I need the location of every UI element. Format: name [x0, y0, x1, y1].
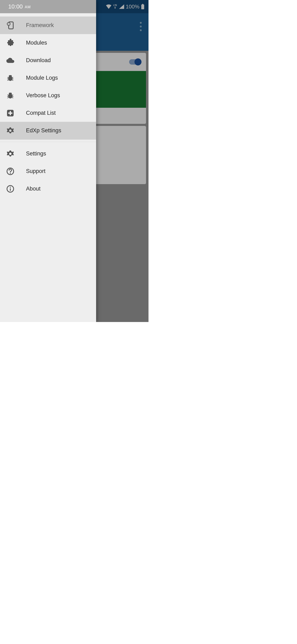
svg-point-27	[10, 173, 11, 174]
nav-item-settings[interactable]: Settings	[0, 145, 96, 162]
nav-item-label: Download	[26, 57, 51, 64]
nav-item-label: EdXp Settings	[26, 127, 61, 134]
svg-point-29	[10, 186, 11, 188]
puzzle-icon	[6, 39, 14, 47]
cloud-icon	[6, 58, 14, 64]
nav-item-module-logs[interactable]: Module Logs	[0, 69, 96, 87]
bug-icon	[6, 92, 14, 99]
device-gear-icon	[6, 21, 14, 30]
help-circle-icon	[6, 168, 14, 175]
nav-item-label: Framework	[26, 22, 54, 28]
nav-item-label: About	[26, 186, 41, 192]
svg-rect-6	[9, 75, 12, 77]
nav-item-compat-list[interactable]: Compat List	[0, 104, 96, 122]
svg-line-19	[7, 97, 9, 98]
svg-point-4	[8, 24, 9, 24]
info-circle-icon	[6, 185, 14, 193]
bug-icon	[6, 74, 14, 82]
nav-item-framework[interactable]: Framework	[0, 16, 96, 34]
nav-item-label: Compat List	[26, 110, 56, 116]
svg-point-24	[9, 130, 11, 132]
nav-item-label: Settings	[26, 150, 46, 157]
nav-item-support[interactable]: Support	[0, 162, 96, 180]
nav-item-verbose-logs[interactable]: Verbose Logs	[0, 87, 96, 104]
gear-icon	[6, 126, 14, 135]
nav-item-modules[interactable]: Modules	[0, 34, 96, 52]
svg-line-12	[11, 80, 13, 80]
nav-item-label: Support	[26, 168, 45, 174]
nav-item-label: Modules	[26, 40, 47, 46]
nav-item-about[interactable]: About	[0, 180, 96, 198]
drawer-status-bar: 10:00 AM	[0, 0, 96, 13]
status-clock: 10:00	[8, 3, 23, 10]
nav-item-download[interactable]: Download	[0, 52, 96, 69]
svg-point-25	[9, 152, 11, 155]
nav-item-label: Verbose Logs	[26, 92, 60, 99]
svg-rect-30	[10, 188, 11, 191]
gear-icon	[6, 150, 14, 158]
svg-line-20	[11, 97, 13, 98]
plus-box-icon	[6, 110, 14, 117]
svg-rect-23	[8, 112, 12, 114]
nav-item-edxp-settings[interactable]: EdXp Settings	[0, 122, 96, 139]
nav-drawer: 10:00 AM Framework Modules	[0, 0, 96, 322]
nav-item-label: Module Logs	[26, 75, 58, 81]
svg-rect-14	[9, 93, 12, 95]
svg-line-11	[7, 80, 9, 80]
status-ampm: AM	[25, 5, 31, 9]
